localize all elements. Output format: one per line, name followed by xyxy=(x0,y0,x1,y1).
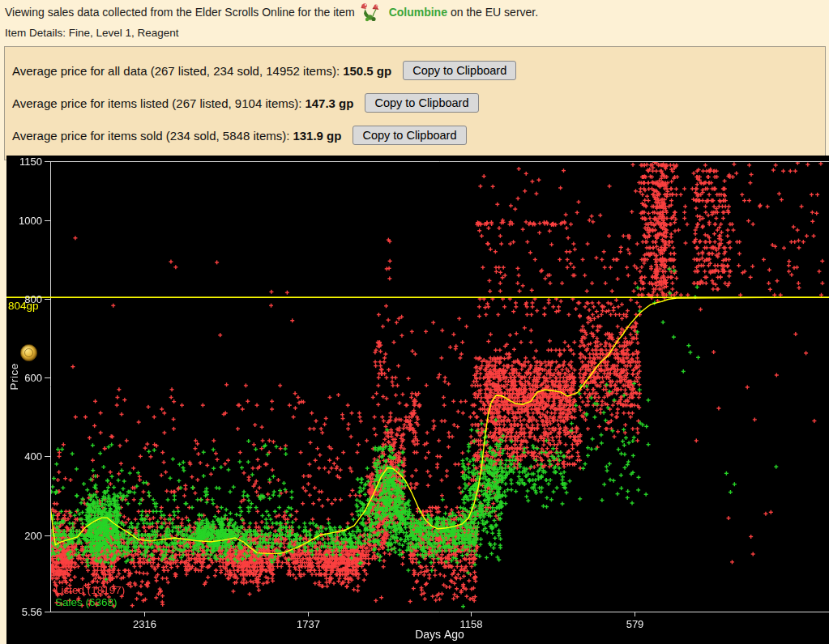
copy-to-clipboard-button-all[interactable]: Copy to Clipboard xyxy=(403,61,516,80)
legend-listed-label: Listed (18197) xyxy=(55,584,125,596)
header-line1-post: on the EU server. xyxy=(451,6,538,19)
chart-panel: Price 804gp Listed (18197) Sales (6368) xyxy=(6,156,829,644)
header-line1-pre: Viewing sales data collected from the El… xyxy=(5,6,355,19)
stat-row-all-data: Average price for all data (267 listed, … xyxy=(12,54,825,87)
stats-box: Average price for all data (267 listed, … xyxy=(4,46,826,160)
stat-value: 131.9 gp xyxy=(293,129,341,143)
stat-row-sold: Average price for items sold (234 sold, … xyxy=(12,119,825,151)
stat-label: Average price for items sold (234 sold, … xyxy=(12,129,289,143)
price-chart-canvas xyxy=(6,156,829,644)
page-root: Viewing sales data collected from the El… xyxy=(0,0,829,644)
y-axis-title: Price xyxy=(8,358,20,390)
columbine-flower-icon xyxy=(360,2,384,23)
stat-row-listed: Average price for items listed (267 list… xyxy=(12,87,825,119)
item-name-link[interactable]: Columbine xyxy=(389,6,447,19)
page-header: Viewing sales data collected from the El… xyxy=(0,0,829,39)
header-line2: Item Details: Fine, Level 1, Reagent xyxy=(5,27,829,39)
copy-to-clipboard-button-listed[interactable]: Copy to Clipboard xyxy=(365,93,478,113)
stat-value: 147.3 gp xyxy=(305,96,353,110)
current-price-label: 804gp xyxy=(8,300,39,312)
stat-label: Average price for all data (267 listed, … xyxy=(12,64,340,78)
gold-coin-icon xyxy=(20,344,37,361)
header-line1: Viewing sales data collected from the El… xyxy=(5,2,829,22)
stat-label: Average price for items listed (267 list… xyxy=(12,96,301,110)
legend-sales-label: Sales (6368) xyxy=(55,596,125,608)
stat-value: 150.5 gp xyxy=(343,64,391,78)
chart-legend: Listed (18197) Sales (6368) xyxy=(55,584,125,608)
copy-to-clipboard-button-sold[interactable]: Copy to Clipboard xyxy=(353,126,466,145)
